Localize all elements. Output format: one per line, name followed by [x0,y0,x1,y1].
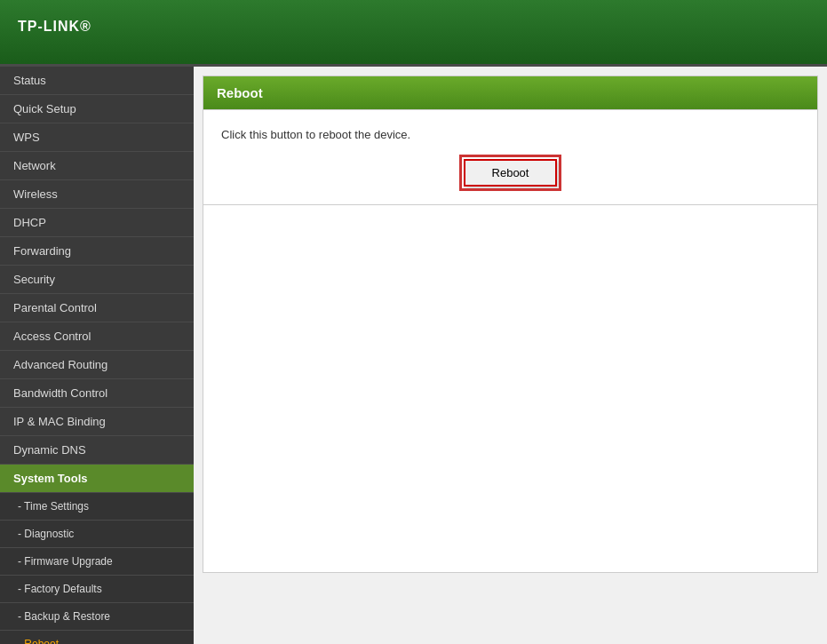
sidebar-item-bandwidth-control[interactable]: Bandwidth Control [0,379,194,408]
reboot-description: Click this button to reboot the device. [203,119,817,150]
sidebar: StatusQuick SetupWPSNetworkWirelessDHCPF… [0,67,194,644]
sidebar-item-ip-mac-binding[interactable]: IP & MAC Binding [0,408,194,436]
sidebar-item-dynamic-dns[interactable]: Dynamic DNS [0,436,194,465]
sidebar-item-security[interactable]: Security [0,266,194,294]
top-divider [203,109,817,110]
sidebar-item-advanced-routing[interactable]: Advanced Routing [0,351,194,379]
sidebar-item-forwarding[interactable]: Forwarding [0,237,194,266]
sidebar-item-diagnostic[interactable]: - Diagnostic [0,521,194,548]
app-wrapper: TP-LINK® StatusQuick SetupWPSNetworkWire… [0,0,827,644]
content-inner: Reboot Click this button to reboot the d… [203,76,818,573]
sidebar-item-system-tools[interactable]: System Tools [0,465,194,493]
header: TP-LINK® [0,0,827,67]
sidebar-item-wireless[interactable]: Wireless [0,180,194,209]
main-area: StatusQuick SetupWPSNetworkWirelessDHCPF… [0,67,827,644]
sidebar-item-access-control[interactable]: Access Control [0,322,194,351]
sidebar-item-dhcp[interactable]: DHCP [0,209,194,237]
logo-trademark: ® [80,19,91,34]
section-header: Reboot [203,76,817,109]
sidebar-item-time-settings[interactable]: - Time Settings [0,493,194,521]
sidebar-item-factory-defaults[interactable]: - Factory Defaults [0,576,194,603]
sidebar-item-reboot[interactable]: - Reboot [0,631,194,644]
logo: TP-LINK® [18,16,91,49]
content-area: Reboot Click this button to reboot the d… [194,67,827,644]
sidebar-item-quick-setup[interactable]: Quick Setup [0,95,194,123]
sidebar-item-firmware-upgrade[interactable]: - Firmware Upgrade [0,548,194,576]
sidebar-item-backup-restore[interactable]: - Backup & Restore [0,603,194,631]
logo-text: TP-LINK [18,19,80,34]
bottom-divider [203,204,817,205]
sidebar-item-wps[interactable]: WPS [0,123,194,152]
sidebar-item-status[interactable]: Status [0,67,194,95]
reboot-btn-wrapper: Reboot [203,150,817,204]
sidebar-item-parental-control[interactable]: Parental Control [0,294,194,322]
section-title: Reboot [217,85,263,100]
sidebar-item-network[interactable]: Network [0,152,194,180]
reboot-button[interactable]: Reboot [464,159,558,187]
